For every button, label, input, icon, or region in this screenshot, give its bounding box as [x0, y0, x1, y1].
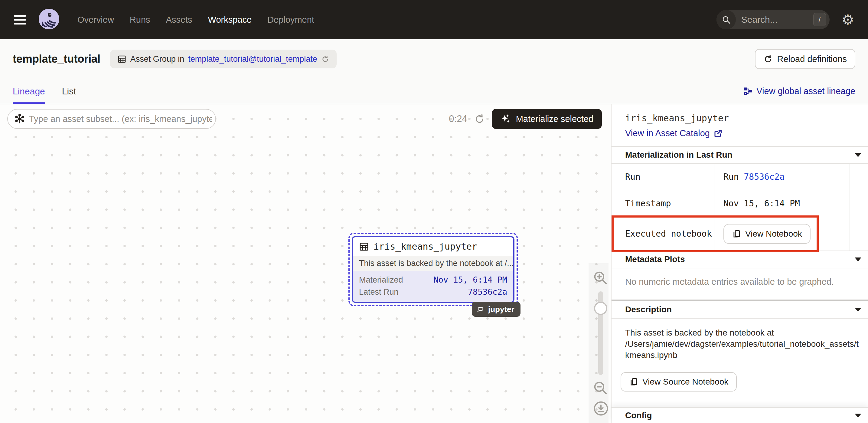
tab-list[interactable]: List — [62, 79, 76, 104]
section-config[interactable]: Config — [612, 407, 868, 423]
run-id-link[interactable]: 78536c2a — [744, 172, 784, 182]
search-icon — [716, 10, 736, 29]
asset-group-badge: Asset Group in template_tutorial@tutoria… — [110, 50, 337, 68]
asset-subset-filter[interactable] — [7, 109, 216, 129]
download-view-button[interactable] — [593, 400, 609, 417]
zoom-out-button[interactable] — [592, 379, 609, 397]
nav-item-assets[interactable]: Assets — [166, 15, 192, 25]
row-timestamp: Timestamp Nov 15, 6:14 PM — [612, 190, 868, 217]
tab-lineage[interactable]: Lineage — [13, 79, 45, 104]
badge-reload-icon[interactable] — [321, 55, 329, 63]
dagster-logo[interactable] — [37, 8, 61, 31]
view-source-notebook-button[interactable]: View Source Notebook — [621, 372, 737, 392]
nav-links: Overview Runs Assets Workspace Deploymen… — [78, 15, 314, 25]
section-metadata-plots[interactable]: Metadata Plots — [612, 251, 868, 268]
node-description: This asset is backed by the notebook at … — [353, 256, 513, 271]
row-executed-notebook: Executed notebook View Notebook — [612, 217, 868, 251]
page-header: template_tutorial Asset Group in templat… — [0, 39, 868, 79]
hamburger-menu-icon[interactable] — [14, 15, 26, 25]
refresh-timer: 0:24 — [449, 114, 467, 124]
external-link-icon — [713, 129, 722, 138]
top-nav: Overview Runs Assets Workspace Deploymen… — [0, 0, 868, 39]
view-in-asset-catalog-link[interactable]: View in Asset Catalog — [625, 128, 855, 138]
row-run: Run Run 78536c2a — [612, 164, 868, 190]
search-shortcut-badge: / — [813, 13, 826, 26]
notebook-icon — [732, 229, 741, 238]
reload-definitions-button[interactable]: Reload definitions — [755, 49, 855, 69]
lineage-graph-icon — [743, 87, 753, 96]
nav-item-overview[interactable]: Overview — [78, 15, 114, 25]
chevron-down-icon — [855, 258, 861, 262]
node-stats: Materialized Nov 15, 6:14 PM Latest Run … — [353, 271, 513, 302]
section-description[interactable]: Description — [612, 301, 868, 319]
chevron-down-icon — [855, 153, 861, 157]
canvas-refresh-icon[interactable] — [474, 114, 485, 125]
view-notebook-button[interactable]: View Notebook — [723, 224, 810, 244]
asset-group-icon — [117, 55, 126, 64]
jupyter-icon — [476, 305, 485, 314]
materialized-label: Materialized — [359, 274, 403, 286]
materialize-selected-button[interactable]: Materialize selected — [492, 109, 602, 129]
nav-item-runs[interactable]: Runs — [130, 15, 150, 25]
asset-subset-icon — [14, 114, 25, 124]
reload-icon — [763, 55, 773, 64]
latest-run-label: Latest Run — [359, 286, 399, 298]
materialized-value: Nov 15, 6:14 PM — [433, 274, 507, 286]
global-search[interactable]: Search... / — [716, 10, 830, 29]
run-prefix: Run — [723, 172, 739, 182]
nav-item-deployment[interactable]: Deployment — [267, 15, 314, 25]
nav-item-workspace[interactable]: Workspace — [208, 15, 252, 25]
asset-subset-input[interactable] — [29, 114, 212, 124]
badge-prefix: Asset Group in — [130, 55, 185, 64]
latest-run-value[interactable]: 78536c2a — [468, 286, 507, 298]
asset-node-iris-kmeans-jupyter[interactable]: iris_kmeans_jupyter This asset is backed… — [348, 233, 518, 306]
page-title: template_tutorial — [13, 53, 100, 65]
node-title: iris_kmeans_jupyter — [373, 241, 477, 252]
asset-detail-panel: iris_kmeans_jupyter View in Asset Catalo… — [611, 104, 868, 423]
asset-lineage-canvas[interactable]: 0:24 Materialize selected — [0, 104, 611, 423]
zoom-in-button[interactable] — [592, 269, 609, 286]
notebook-icon — [629, 377, 638, 386]
search-placeholder: Search... — [741, 14, 813, 25]
description-text: This asset is backed by the notebook at … — [612, 319, 868, 363]
zoom-slider-thumb[interactable] — [594, 302, 607, 315]
chevron-down-icon — [855, 308, 861, 312]
compute-kind-tag-jupyter[interactable]: jupyter — [472, 302, 521, 317]
sparkles-icon — [500, 114, 511, 124]
tabs-row: Lineage List View global asset lineage — [0, 79, 868, 104]
view-global-asset-lineage-link[interactable]: View global asset lineage — [743, 79, 855, 104]
metadata-empty-text: No numeric metadata entries available to… — [612, 268, 868, 300]
badge-repo-link[interactable]: template_tutorial@tutorial_template — [188, 55, 317, 64]
table-icon — [359, 241, 369, 251]
settings-gear-icon[interactable]: ⚙ — [842, 13, 854, 27]
panel-asset-title: iris_kmeans_jupyter — [625, 113, 855, 123]
chevron-down-icon — [855, 414, 861, 418]
section-materialization-last-run[interactable]: Materialization in Last Run — [612, 146, 868, 164]
tag-label: jupyter — [488, 305, 515, 314]
